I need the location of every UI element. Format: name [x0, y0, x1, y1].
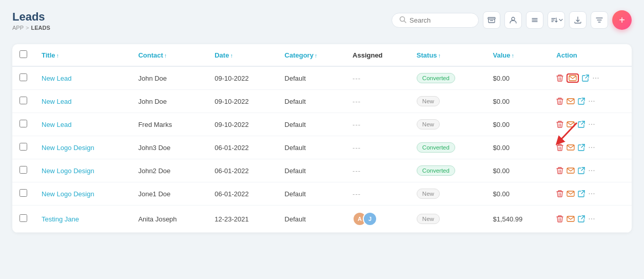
row-date: 06-01-2022	[207, 136, 277, 159]
header-date[interactable]: Date↑	[207, 44, 277, 66]
email-icon[interactable]	[567, 191, 575, 197]
row-checkbox[interactable]	[19, 97, 27, 104]
row-checkbox-cell	[12, 90, 34, 113]
filter-button[interactable]	[591, 11, 608, 29]
email-icon[interactable]	[567, 168, 575, 174]
row-status: New	[409, 113, 486, 136]
breadcrumb-current: LEADS	[31, 25, 50, 31]
row-checkbox[interactable]	[19, 166, 27, 174]
more-options-icon[interactable]: ···	[588, 97, 595, 106]
title-link[interactable]: New Logo Design	[42, 167, 94, 175]
row-checkbox[interactable]	[19, 120, 27, 127]
row-checkbox[interactable]	[19, 214, 27, 222]
select-all-checkbox[interactable]	[19, 50, 27, 58]
email-icon[interactable]	[567, 98, 575, 104]
delete-icon[interactable]	[556, 120, 563, 128]
search-input[interactable]	[409, 16, 471, 24]
email-icon[interactable]	[567, 73, 579, 83]
more-options-icon[interactable]: ···	[588, 143, 595, 152]
archive-button[interactable]	[483, 11, 500, 29]
delete-icon[interactable]	[556, 215, 563, 223]
title-link[interactable]: New Lead	[42, 98, 72, 105]
more-options-icon[interactable]: ···	[588, 120, 595, 129]
sort-button[interactable]	[548, 11, 565, 29]
email-icon[interactable]	[567, 144, 575, 151]
delete-icon[interactable]	[556, 74, 563, 82]
external-link-icon[interactable]	[578, 98, 585, 105]
row-date: 09-10-2022	[207, 66, 277, 90]
external-link-icon[interactable]	[578, 167, 585, 174]
row-assigned: ---	[345, 66, 409, 90]
row-date: 06-01-2022	[207, 182, 277, 206]
row-category: Default	[278, 66, 346, 90]
header-title[interactable]: Title↑	[34, 44, 131, 66]
search-box[interactable]	[392, 13, 479, 28]
delete-icon[interactable]	[556, 190, 563, 198]
list-button[interactable]	[526, 11, 543, 29]
row-actions: ···	[549, 66, 632, 90]
email-icon[interactable]	[567, 121, 575, 127]
email-icon[interactable]	[567, 216, 575, 222]
row-actions: ···	[549, 90, 632, 113]
row-title: New Lead	[34, 90, 131, 113]
table-row: New Logo Design John3 Doe 06-01-2022 Def…	[12, 136, 632, 159]
assigned-value: ---	[353, 121, 361, 128]
delete-icon[interactable]	[556, 143, 563, 152]
external-link-icon[interactable]	[578, 121, 585, 128]
row-assigned: ---	[345, 159, 409, 182]
more-options-icon[interactable]: ···	[588, 166, 595, 175]
table-row: New Logo Design John2 Doe 06-01-2022 Def…	[12, 159, 632, 182]
avatar: J	[363, 212, 377, 226]
date-value: 09-10-2022	[214, 121, 249, 128]
header-action: Action	[549, 44, 632, 66]
table-row: New Lead John Doe 09-10-2022 Default ---…	[12, 66, 632, 90]
action-cell: ···	[556, 120, 625, 129]
row-checkbox[interactable]	[19, 143, 27, 151]
external-link-icon[interactable]	[578, 190, 585, 197]
row-checkbox[interactable]	[19, 189, 27, 197]
assigned-value: ---	[353, 190, 361, 198]
header-status[interactable]: Status↑	[409, 44, 486, 66]
row-contact: John Doe	[131, 90, 207, 113]
external-link-icon[interactable]	[578, 144, 585, 151]
header-contact[interactable]: Contact↑	[131, 44, 207, 66]
row-assigned: ---	[345, 182, 409, 206]
row-status: Converted	[409, 159, 486, 182]
leads-table-container: Title↑ Contact↑ Date↑ Category↑ Assigned	[12, 44, 632, 233]
contacts-button[interactable]	[504, 11, 522, 29]
external-link-icon[interactable]	[582, 75, 589, 82]
table-row: New Lead John Doe 09-10-2022 Default ---…	[12, 90, 632, 113]
title-link[interactable]: New Lead	[42, 121, 72, 128]
more-options-icon[interactable]: ···	[592, 73, 599, 83]
svg-line-25	[581, 216, 584, 219]
more-options-icon[interactable]: ···	[588, 214, 595, 224]
header-category[interactable]: Category↑	[278, 44, 346, 66]
delete-icon[interactable]	[556, 97, 563, 105]
table-wrapper: Title↑ Contact↑ Date↑ Category↑ Assigned	[12, 44, 632, 233]
assigned-value: ---	[353, 75, 361, 82]
date-sort-arrow: ↑	[230, 52, 233, 59]
row-date: 09-10-2022	[207, 90, 277, 113]
delete-icon[interactable]	[556, 166, 563, 175]
title-link[interactable]: Testing Jane	[42, 215, 79, 223]
title-link[interactable]: New Logo Design	[42, 190, 94, 198]
contact-value: Anita Joseph	[138, 215, 177, 223]
value-amount: $0.00	[493, 98, 510, 105]
row-assigned: ---	[345, 113, 409, 136]
row-checkbox[interactable]	[19, 73, 27, 81]
breadcrumb: APP > LEADS	[12, 25, 50, 31]
category-value: Default	[285, 98, 306, 105]
download-button[interactable]	[569, 11, 587, 29]
row-date: 09-10-2022	[207, 113, 277, 136]
row-actions: ···	[549, 206, 632, 233]
header-value[interactable]: Value↑	[486, 44, 550, 66]
external-link-icon[interactable]	[578, 215, 585, 222]
title-link[interactable]: New Lead	[42, 75, 72, 82]
row-title: New Logo Design	[34, 182, 131, 206]
title-link[interactable]: New Logo Design	[42, 144, 94, 152]
row-status: New	[409, 182, 486, 206]
add-button[interactable]: +	[612, 10, 632, 30]
more-options-icon[interactable]: ···	[588, 189, 595, 198]
row-assigned: ---	[345, 90, 409, 113]
category-value: Default	[285, 75, 306, 82]
